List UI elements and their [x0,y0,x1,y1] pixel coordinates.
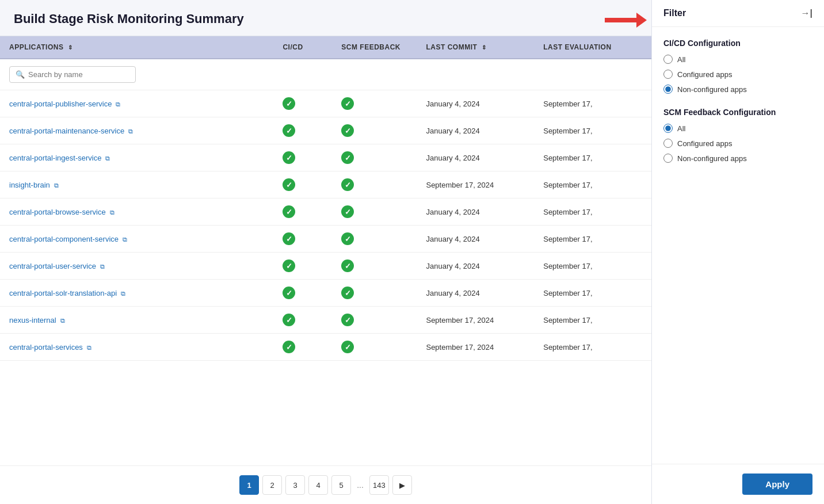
last-commit-cell: September 17, 2024 [417,334,534,361]
last-commit-cell: September 17, 2024 [417,171,534,198]
cicd-radio-all[interactable] [663,55,673,64]
page-btn-last[interactable]: 143 [369,475,389,495]
scm-option-non-configured[interactable]: Non-configured apps [663,154,812,163]
search-input[interactable] [28,70,129,79]
arrow-body [605,18,636,22]
cicd-radio-non-configured[interactable] [663,85,673,94]
cicd-label-non-configured: Non-configured apps [677,85,747,94]
table-container: APPLICATIONS ⇕ CI/CD SCM FEEDBACK LAST C… [0,36,651,465]
external-link-icon: ⧉ [123,236,127,243]
scm-cell: ✓ [332,90,417,117]
cicd-option-configured[interactable]: Configured apps [663,70,812,79]
page-btn-next[interactable]: ▶ [392,475,412,495]
page-title: Build Stage Risk Monitoring Summary [14,12,638,26]
scm-check-icon: ✓ [341,178,354,191]
last-eval-cell: September 17, [534,198,651,226]
scm-cell: ✓ [332,280,417,307]
last-eval-cell: September 17, [534,334,651,361]
col-last-commit[interactable]: LAST COMMIT ⇕ [417,36,534,59]
scm-label-configured: Configured apps [677,139,732,148]
col-applications[interactable]: APPLICATIONS ⇕ [0,36,273,59]
cicd-cell: ✓ [273,280,332,307]
scm-cell: ✓ [332,171,417,198]
page-btn-5[interactable]: 5 [331,475,351,495]
cicd-cell: ✓ [273,334,332,361]
search-row: 🔍 [0,59,651,90]
col-scm: SCM FEEDBACK [332,36,417,59]
app-link[interactable]: central-portal-ingest-service [9,154,101,162]
table-row: central-portal-ingest-service ⧉ ✓ ✓ Janu… [0,144,651,171]
apply-button[interactable]: Apply [742,474,812,495]
scm-cell: ✓ [332,253,417,280]
scm-option-all[interactable]: All [663,124,812,133]
app-link[interactable]: central-portal-component-service [9,235,119,243]
page-ellipsis: ... [354,480,366,490]
last-commit-cell: January 4, 2024 [417,198,534,226]
external-link-icon: ⧉ [121,290,125,297]
cicd-check-icon: ✓ [283,205,295,218]
app-link[interactable]: central-portal-browse-service [9,208,106,216]
main-content: Build Stage Risk Monitoring Summary APPL… [0,0,651,504]
header-row: APPLICATIONS ⇕ CI/CD SCM FEEDBACK LAST C… [0,36,651,59]
external-link-icon: ⧉ [110,209,115,216]
scm-radio-non-configured[interactable] [663,154,673,163]
page-btn-3[interactable]: 3 [285,475,305,495]
cicd-cell: ✓ [273,307,332,334]
app-link[interactable]: central-portal-services [9,343,83,352]
data-table: APPLICATIONS ⇕ CI/CD SCM FEEDBACK LAST C… [0,36,651,361]
filter-section-cicd: CI/CD Configuration All Configured apps … [663,39,812,94]
arrow-head [636,13,647,28]
table-row: nexus-internal ⧉ ✓ ✓ September 17, 2024 … [0,307,651,334]
app-link[interactable]: central-portal-maintenance-service [9,127,124,135]
scm-cell: ✓ [332,117,417,144]
filter-body: CI/CD Configuration All Configured apps … [652,27,824,464]
app-name-cell: central-portal-solr-translation-api ⧉ [0,280,273,307]
scm-check-icon: ✓ [341,259,354,272]
scm-section-title: SCM Feedback Configuration [663,108,812,117]
red-arrow-indicator [605,13,647,28]
app-name-cell: central-portal-user-service ⧉ [0,253,273,280]
col-cicd: CI/CD [273,36,332,59]
scm-radio-all[interactable] [663,124,673,133]
scm-cell: ✓ [332,226,417,253]
table-row: central-portal-user-service ⧉ ✓ ✓ Januar… [0,253,651,280]
search-icon: 🔍 [16,70,25,79]
page-header: Build Stage Risk Monitoring Summary [0,0,651,36]
app-link[interactable]: insight-brain [9,181,50,189]
filter-close-button[interactable]: →| [801,8,812,18]
table-row: insight-brain ⧉ ✓ ✓ September 17, 2024 S… [0,171,651,198]
last-eval-cell: September 17, [534,253,651,280]
cicd-radio-configured[interactable] [663,70,673,79]
last-eval-cell: September 17, [534,171,651,198]
table-body: 🔍 central-portal-publisher-service ⧉ ✓ ✓… [0,59,651,361]
app-link[interactable]: nexus-internal [9,316,56,324]
page-btn-2[interactable]: 2 [262,475,282,495]
cicd-cell: ✓ [273,90,332,117]
cicd-option-non-configured[interactable]: Non-configured apps [663,85,812,94]
scm-option-configured[interactable]: Configured apps [663,139,812,148]
scm-cell: ✓ [332,198,417,226]
page-btn-4[interactable]: 4 [308,475,328,495]
scm-check-icon: ✓ [341,205,354,218]
app-link[interactable]: central-portal-publisher-service [9,100,112,108]
page-btn-1[interactable]: 1 [239,475,259,495]
cicd-cell: ✓ [273,226,332,253]
scm-cell: ✓ [332,334,417,361]
cicd-cell: ✓ [273,171,332,198]
cicd-cell: ✓ [273,117,332,144]
app-link[interactable]: central-portal-user-service [9,262,96,270]
app-link[interactable]: central-portal-solr-translation-api [9,289,117,297]
cicd-check-icon: ✓ [283,259,295,272]
search-input-wrap: 🔍 [9,66,136,83]
external-link-icon: ⧉ [87,344,91,351]
cicd-check-icon: ✓ [283,178,295,191]
scm-radio-configured[interactable] [663,139,673,148]
cicd-cell: ✓ [273,253,332,280]
external-link-icon: ⧉ [116,101,120,108]
table-header: APPLICATIONS ⇕ CI/CD SCM FEEDBACK LAST C… [0,36,651,59]
cicd-check-icon: ✓ [283,151,295,164]
sort-icon-applications: ⇕ [68,44,73,51]
cicd-option-all[interactable]: All [663,55,812,64]
app-name-cell: central-portal-services ⧉ [0,334,273,361]
last-commit-cell: January 4, 2024 [417,144,534,171]
